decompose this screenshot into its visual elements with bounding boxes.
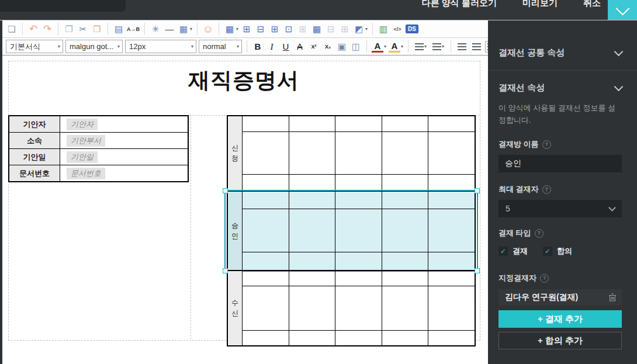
add-agreement-button[interactable]: + 합의 추가 [498,332,622,349]
placeholder-field[interactable]: 기안일 [67,151,98,163]
document-canvas[interactable]: 재직증명서 기안자기안자소속기안부서기안일기안일문서번호문서번호 신청승인수신 [2,56,488,364]
approval-cell[interactable] [428,271,475,286]
date-insert-icon[interactable]: ▦▾ [178,22,192,36]
approval-cell[interactable] [243,192,289,209]
table-icon[interactable]: ▦▾ [224,22,238,36]
font-color-icon[interactable]: A▾ [372,41,386,53]
erase-cell-icon[interactable]: ⊟ [255,22,266,36]
font-family-select[interactable]: malgun got...▾ [65,40,123,53]
document-title[interactable]: 재직증명서 [8,66,479,95]
load-other-form-button[interactable]: 다른 양식 불러오기 [422,0,497,9]
approval-section-label[interactable]: 신청 [228,116,243,190]
approval-room-name-input[interactable]: 승인 [498,155,622,172]
approval-cell[interactable] [289,286,336,330]
approval-cell[interactable] [382,252,429,270]
paint-bucket-icon[interactable]: ◩▾ [353,22,368,36]
placeholder-field[interactable]: 기안부서 [67,135,105,147]
new-document-icon[interactable]: ❏ [6,22,18,36]
approval-cell[interactable] [382,192,429,209]
stationery-icon[interactable]: ▤ [113,22,124,36]
preview-button[interactable]: 미리보기 [522,0,558,9]
split-cell-icon[interactable]: ⊞ [297,22,309,36]
approval-cell[interactable] [335,286,382,330]
approval-cell[interactable] [243,252,289,270]
approval-cell[interactable] [428,175,475,190]
max-approvers-select[interactable]: 5 [498,200,622,217]
designated-approver-item[interactable]: 김다우 연구원(결재) [498,289,622,306]
approval-cell[interactable] [335,209,382,252]
approval-type-checkbox-1[interactable]: ✓합의 [543,246,572,256]
highlight-color-glyph[interactable]: A [389,41,400,53]
special-character-icon[interactable]: ✳ [150,22,161,36]
align-center-icon[interactable] [470,41,483,52]
approval-cell[interactable] [243,271,289,286]
approval-section-label[interactable]: 수신 [228,271,243,345]
approval-cell[interactable] [243,286,289,330]
approval-cell[interactable] [382,175,429,190]
font-color-glyph[interactable]: A [372,41,383,53]
horizontal-line-icon[interactable]: — [164,22,175,36]
mail-merge-icon[interactable]: ◫ [350,40,362,54]
help-icon[interactable]: ? [535,229,543,238]
approval-cell[interactable] [289,271,336,286]
text-frame-icon[interactable]: ▣ [336,40,348,54]
section-common-properties[interactable]: 결재선 공통 속성 [498,47,622,58]
italic-icon[interactable]: I [266,40,278,54]
undo-icon[interactable]: ↶ [27,22,39,36]
approval-cell[interactable] [382,132,429,174]
help-icon[interactable]: ? [540,274,549,283]
help-icon[interactable]: ? [542,140,551,149]
cell-header-icon[interactable]: ▦ [311,22,323,36]
insert-row-icon[interactable]: ⊞ [241,22,252,36]
align-left-icon[interactable] [456,41,468,52]
approval-cell[interactable] [243,209,289,252]
placeholder-field[interactable]: 문서번호 [67,168,105,179]
underline-icon[interactable]: U [280,40,292,54]
approval-cell[interactable] [428,286,475,330]
paste-icon[interactable]: ❒ [91,22,103,36]
approval-cell[interactable] [289,192,336,209]
approval-cell[interactable] [335,175,382,190]
edit-table-icon[interactable]: ⊡ [283,22,295,36]
section-approval-line-properties[interactable]: 결재선 속성 [498,82,622,93]
approval-cell[interactable] [335,116,382,131]
approval-cell[interactable] [335,132,382,174]
approval-cell[interactable] [382,286,429,330]
emoticon-icon[interactable]: ☺ [202,22,214,36]
numbered-list-icon[interactable]: ▾ [413,41,428,52]
approval-cell[interactable] [382,116,429,131]
ds-icon[interactable]: DS [406,25,418,33]
cancel-button[interactable]: 취소 [583,0,601,9]
approval-cell[interactable] [335,331,382,345]
approval-cell[interactable] [243,175,289,190]
copy-icon[interactable]: ❐ [63,22,75,36]
collapse-panel-button[interactable] [608,0,637,20]
paragraph-style-select[interactable]: 기본서식▾ [6,40,63,53]
info-row-value[interactable]: 문서번호 [60,165,188,181]
approval-section-label[interactable]: 승인 [228,192,243,270]
info-row-value[interactable]: 기안부서 [60,133,188,148]
approval-cell[interactable] [428,116,475,131]
approval-cell[interactable] [289,209,336,252]
table-glyph[interactable]: ▦ [224,22,236,36]
approval-cell[interactable] [289,252,336,270]
strikethrough-icon[interactable]: A [294,40,306,54]
approval-cell[interactable] [428,252,475,270]
approval-cell[interactable] [335,271,382,286]
trash-icon[interactable] [609,293,616,301]
superscript-icon[interactable]: X² [308,40,320,54]
approval-cell[interactable] [382,331,429,345]
help-icon[interactable]: ? [542,185,551,194]
code-view-icon[interactable]: </> [392,22,403,36]
merge-row-icon[interactable]: ⊟ [325,22,337,36]
date-insert-glyph[interactable]: ▦ [178,22,189,36]
highlight-color-icon[interactable]: A▾ [389,41,403,53]
image-icon[interactable]: ▥ [378,22,389,36]
subscript-icon[interactable]: X₂ [322,40,334,54]
approval-cell[interactable] [289,331,336,345]
font-size-select[interactable]: 12px▾ [125,40,196,53]
info-row-value[interactable]: 기안일 [60,149,188,165]
approval-cell[interactable] [289,175,336,190]
approval-cell[interactable] [382,209,429,252]
split-column-icon[interactable]: ⊞ [339,22,351,36]
